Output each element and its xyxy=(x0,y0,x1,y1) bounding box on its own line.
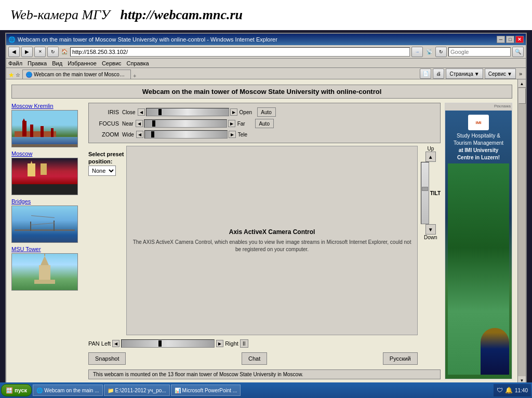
msu-link[interactable]: MSU Tower xyxy=(11,246,84,252)
focus-far-label: Far xyxy=(237,121,253,127)
iris-left-arrow[interactable]: ◀ xyxy=(138,108,145,116)
focus-handle[interactable] xyxy=(152,120,155,127)
snapshot-button[interactable]: Snapshot xyxy=(88,352,126,365)
iris-track[interactable] xyxy=(146,108,229,116)
browser-title-text: Webcam on the main tower of Moscow State… xyxy=(16,36,497,43)
pan-handle[interactable] xyxy=(158,340,162,347)
search-button[interactable]: 🔍 xyxy=(512,47,524,57)
print-button[interactable]: 🖨 xyxy=(433,68,444,79)
menu-help[interactable]: Справка xyxy=(127,60,149,66)
thumb-msu[interactable]: MSU Tower xyxy=(11,246,84,291)
close-button[interactable]: ✕ xyxy=(515,36,524,43)
ad-label: Реклама xyxy=(445,103,512,111)
search-input[interactable] xyxy=(448,47,511,57)
thumb-bridges[interactable]: Bridges xyxy=(11,198,84,243)
taskbar-item-1[interactable]: 📁 E:\2011-2012 уч_ро... xyxy=(104,385,170,396)
go-button[interactable]: → xyxy=(411,47,423,57)
menu-tools[interactable]: Сервис xyxy=(102,60,122,66)
menu-edit[interactable]: Правка xyxy=(28,60,47,66)
pan-pause-button[interactable]: II xyxy=(240,339,248,348)
russian-button[interactable]: Русский xyxy=(383,352,418,365)
zoom-right-arrow[interactable]: ▶ xyxy=(229,131,236,138)
tilt-down-label: Down xyxy=(424,235,437,240)
taskbar-item-0[interactable]: 🌐 Webcam on the main ... xyxy=(33,385,102,396)
preset-box: Select preset position: None xyxy=(88,151,124,176)
more-tools-button[interactable]: » xyxy=(517,71,524,77)
tilt-up-button[interactable]: ▲ xyxy=(425,152,436,162)
content-wrapper: Webcam on the main tower of Moscow State… xyxy=(6,79,526,385)
zoom-slider: ◀ ▶ xyxy=(136,130,236,139)
browser-tab-1[interactable]: 🌐 Webcam on the main tower of Moscow Sta… xyxy=(22,70,131,79)
pan-track[interactable] xyxy=(121,339,215,348)
stop-button[interactable]: ✕ xyxy=(34,47,46,57)
pan-control-row: PAN Left ◀ ▶ Right II xyxy=(88,339,418,348)
moscow-link[interactable]: Moscow xyxy=(11,150,84,157)
iris-handle[interactable] xyxy=(158,109,162,115)
zoom-far-label: Tele xyxy=(238,132,254,138)
iris-slider: ◀ ▶ xyxy=(138,108,237,116)
scroll-thumb[interactable] xyxy=(518,88,526,104)
menu-bar: Файл Правка Вид Избранное Сервис Справка xyxy=(6,59,526,68)
bookmark-star[interactable]: ★ ☆ xyxy=(8,71,20,79)
slide-title-normal: Web-камера МГУ xyxy=(10,7,110,23)
scroll-up-button[interactable]: ▲ xyxy=(518,79,526,88)
iris-right-arrow[interactable]: ▶ xyxy=(230,108,237,116)
pan-label: PAN xyxy=(88,340,100,347)
tab-favicon: 🌐 xyxy=(26,72,32,78)
zoom-handle[interactable] xyxy=(151,131,154,138)
preset-select[interactable]: None xyxy=(88,166,116,176)
moscow-image xyxy=(11,158,78,195)
axis-camera-box: Axis ActiveX Camera Control The AXIS Act… xyxy=(126,146,417,335)
minimize-button[interactable]: ─ xyxy=(497,36,505,43)
focus-control-row: FOCUS Near ◀ ▶ Far Auto xyxy=(93,119,436,128)
forward-button[interactable]: ▶ xyxy=(21,47,33,57)
taskbar-item-2[interactable]: 📊 Microsoft PowerPoint ... xyxy=(171,385,241,396)
tilt-down-button[interactable]: ▼ xyxy=(425,224,436,235)
tilt-track[interactable] xyxy=(421,162,429,224)
focus-right-arrow[interactable]: ▶ xyxy=(228,120,235,127)
menu-file[interactable]: Файл xyxy=(8,60,22,66)
pan-left-arrow[interactable]: ◀ xyxy=(112,340,119,347)
bridges-link[interactable]: Bridges xyxy=(11,198,84,204)
back-button[interactable]: ◀ xyxy=(8,47,20,57)
refresh-button[interactable]: ↻ xyxy=(47,47,59,57)
restore-button[interactable]: □ xyxy=(506,36,514,43)
tilt-up-label: Up xyxy=(427,146,434,152)
pan-right-label: Right xyxy=(225,340,238,347)
pan-left-label: Left xyxy=(101,340,111,347)
taskbar: 🪟 пуск 🌐 Webcam on the main ... 📁 E:\201… xyxy=(0,382,532,398)
zoom-track[interactable] xyxy=(144,130,228,139)
focus-track[interactable] xyxy=(144,119,227,128)
main-layout: Moscow Kremlin xyxy=(11,103,512,379)
refresh2-button[interactable]: ↻ xyxy=(435,47,447,57)
taskbar-item-0-label: Webcam on the main ... xyxy=(44,388,99,393)
iris-auto-button[interactable]: Auto xyxy=(257,107,276,117)
page-button[interactable]: Страница ▼ xyxy=(446,68,483,79)
scroll-track[interactable] xyxy=(518,88,526,376)
tray-time: 11:40 xyxy=(515,388,528,393)
thumb-moscow[interactable]: Moscow xyxy=(11,150,84,195)
ad-person xyxy=(481,328,509,375)
ad-image-area xyxy=(448,163,509,375)
thumb-kremlin[interactable]: Moscow Kremlin xyxy=(11,103,84,147)
pan-right-arrow[interactable]: ▶ xyxy=(216,340,223,347)
zoom-left-arrow[interactable]: ◀ xyxy=(136,131,143,138)
focus-auto-button[interactable]: Auto xyxy=(255,119,274,128)
address-bar: ◀ ▶ ✕ ↻ 🏠 → 📡 ↻ 🔍 xyxy=(6,45,526,59)
new-tab-button[interactable]: + xyxy=(133,73,136,79)
start-button[interactable]: 🪟 пуск xyxy=(1,384,32,396)
chat-button[interactable]: Chat xyxy=(242,352,267,365)
address-label: 🏠 xyxy=(61,49,68,54)
address-input[interactable] xyxy=(70,47,410,57)
menu-view[interactable]: Вид xyxy=(52,60,62,66)
ad-content: IMI Study Hospitality & Tourism Manageme… xyxy=(445,111,512,379)
axis-title: Axis ActiveX Camera Control xyxy=(229,228,315,236)
menu-favorites[interactable]: Избранное xyxy=(68,60,97,66)
tray-network-icon: 🔔 xyxy=(505,387,513,394)
focus-left-arrow[interactable]: ◀ xyxy=(136,120,143,127)
kremlin-link[interactable]: Moscow Kremlin xyxy=(11,103,84,109)
compatibility-button[interactable]: 📄 xyxy=(420,68,431,79)
tilt-handle[interactable] xyxy=(422,187,428,191)
service-button[interactable]: Сервис ▼ xyxy=(485,68,516,79)
ad-logo: IMI xyxy=(468,115,489,130)
